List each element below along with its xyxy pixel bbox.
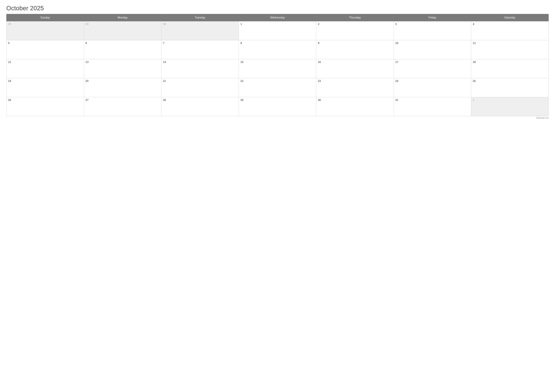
page-title: October 2025 bbox=[6, 5, 549, 12]
day-number: 21 bbox=[163, 79, 166, 83]
calendar-cell[interactable]: 25 bbox=[471, 78, 549, 97]
calendar-cell[interactable]: 14 bbox=[161, 59, 239, 78]
watermark: iCalendars.net bbox=[6, 117, 549, 119]
day-header-monday: Monday bbox=[84, 14, 161, 21]
calendar-week-5: 2627282930311 bbox=[7, 97, 549, 116]
calendar-cell[interactable]: 22 bbox=[239, 78, 316, 97]
day-header-row: SundayMondayTuesdayWednesdayThursdayFrid… bbox=[7, 14, 549, 21]
calendar-cell[interactable]: 26 bbox=[7, 97, 84, 116]
day-number: 3 bbox=[395, 23, 397, 26]
day-number: 24 bbox=[395, 79, 398, 83]
calendar-cell[interactable]: 31 bbox=[394, 97, 471, 116]
day-number: 1 bbox=[241, 23, 242, 26]
calendar-week-4: 19202122232425 bbox=[7, 78, 549, 97]
calendar-cell[interactable]: 27 bbox=[84, 97, 161, 116]
calendar-week-3: 12131415161718 bbox=[7, 59, 549, 78]
day-number: 25 bbox=[473, 79, 476, 83]
calendar-cell[interactable]: 18 bbox=[471, 59, 549, 78]
day-number: 15 bbox=[241, 61, 243, 64]
day-number: 11 bbox=[473, 42, 476, 45]
day-number: 22 bbox=[241, 79, 243, 83]
day-number: 14 bbox=[163, 61, 166, 64]
calendar-cell[interactable]: 15 bbox=[239, 59, 316, 78]
day-header-wednesday: Wednesday bbox=[239, 14, 316, 21]
day-number: 16 bbox=[318, 61, 321, 64]
calendar-cell[interactable]: 1 bbox=[471, 97, 549, 116]
day-number: 2 bbox=[318, 23, 319, 26]
day-number: 7 bbox=[163, 42, 164, 45]
day-number: 8 bbox=[241, 42, 242, 45]
calendar-cell[interactable]: 5 bbox=[7, 40, 84, 59]
day-header-sunday: Sunday bbox=[7, 14, 84, 21]
day-header-tuesday: Tuesday bbox=[161, 14, 239, 21]
day-number: 29 bbox=[86, 23, 89, 26]
day-number: 26 bbox=[8, 99, 11, 101]
day-header-thursday: Thursday bbox=[316, 14, 394, 21]
calendar-cell[interactable]: 16 bbox=[316, 59, 394, 78]
calendar-cell[interactable]: 28 bbox=[7, 21, 84, 40]
day-number: 9 bbox=[318, 42, 319, 45]
calendar-cell[interactable]: 11 bbox=[471, 40, 549, 59]
day-number: 10 bbox=[395, 42, 398, 45]
day-header-saturday: Saturday bbox=[471, 14, 549, 21]
calendar-cell[interactable]: 29 bbox=[239, 97, 316, 116]
calendar-cell[interactable]: 7 bbox=[161, 40, 239, 59]
calendar-cell[interactable]: 30 bbox=[161, 21, 239, 40]
calendar-cell[interactable]: 4 bbox=[471, 21, 549, 40]
day-number: 13 bbox=[86, 61, 89, 64]
calendar-cell[interactable]: 17 bbox=[394, 59, 471, 78]
day-number: 6 bbox=[86, 42, 87, 45]
day-number: 23 bbox=[318, 79, 321, 83]
day-number: 28 bbox=[8, 23, 11, 26]
day-number: 17 bbox=[395, 61, 398, 64]
calendar-cell[interactable]: 8 bbox=[239, 40, 316, 59]
day-number: 29 bbox=[241, 99, 243, 101]
calendar-cell[interactable]: 2 bbox=[316, 21, 394, 40]
calendar-cell[interactable]: 23 bbox=[316, 78, 394, 97]
day-number: 28 bbox=[163, 99, 166, 101]
day-number: 27 bbox=[86, 99, 89, 101]
day-number: 1 bbox=[473, 99, 474, 101]
day-number: 30 bbox=[318, 99, 321, 101]
calendar-header: SundayMondayTuesdayWednesdayThursdayFrid… bbox=[7, 14, 549, 21]
calendar-cell[interactable]: 3 bbox=[394, 21, 471, 40]
day-number: 12 bbox=[8, 61, 11, 64]
calendar-cell[interactable]: 9 bbox=[316, 40, 394, 59]
day-number: 4 bbox=[473, 23, 474, 26]
calendar-cell[interactable]: 24 bbox=[394, 78, 471, 97]
day-number: 31 bbox=[395, 99, 398, 101]
calendar-cell[interactable]: 1 bbox=[239, 21, 316, 40]
calendar-cell[interactable]: 28 bbox=[161, 97, 239, 116]
calendar-cell[interactable]: 29 bbox=[84, 21, 161, 40]
day-number: 19 bbox=[8, 79, 11, 83]
day-number: 20 bbox=[86, 79, 89, 83]
day-number: 5 bbox=[8, 42, 9, 45]
day-number: 18 bbox=[473, 61, 476, 64]
calendar-week-2: 567891011 bbox=[7, 40, 549, 59]
calendar-cell[interactable]: 19 bbox=[7, 78, 84, 97]
day-number: 30 bbox=[163, 23, 166, 26]
calendar-cell[interactable]: 30 bbox=[316, 97, 394, 116]
calendar-week-1: 2829301234 bbox=[7, 21, 549, 40]
calendar-cell[interactable]: 13 bbox=[84, 59, 161, 78]
calendar-body: 2829301234567891011121314151617181920212… bbox=[7, 21, 549, 116]
calendar-cell[interactable]: 12 bbox=[7, 59, 84, 78]
day-header-friday: Friday bbox=[394, 14, 471, 21]
calendar-table: SundayMondayTuesdayWednesdayThursdayFrid… bbox=[6, 14, 549, 116]
calendar-cell[interactable]: 21 bbox=[161, 78, 239, 97]
calendar-cell[interactable]: 20 bbox=[84, 78, 161, 97]
calendar-cell[interactable]: 6 bbox=[84, 40, 161, 59]
calendar-cell[interactable]: 10 bbox=[394, 40, 471, 59]
